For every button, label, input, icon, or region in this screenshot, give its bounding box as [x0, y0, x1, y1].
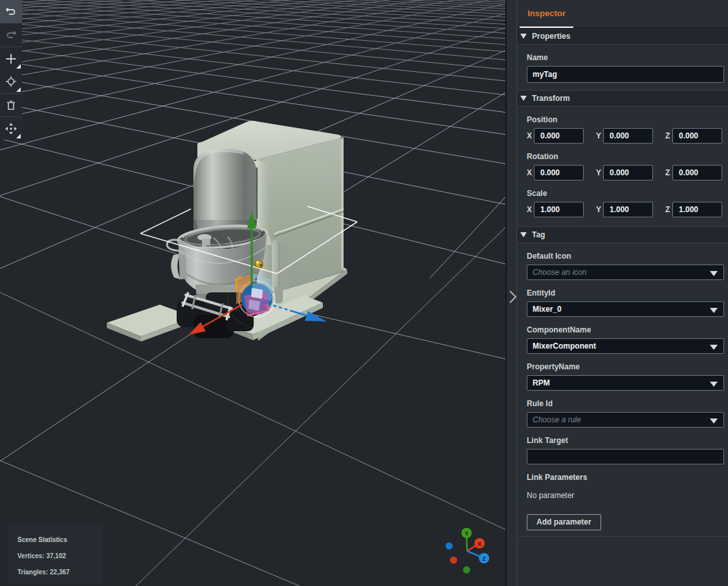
svg-text:Z: Z — [482, 556, 486, 562]
svg-text:Y: Y — [465, 530, 469, 537]
svg-text:X: X — [478, 541, 481, 547]
